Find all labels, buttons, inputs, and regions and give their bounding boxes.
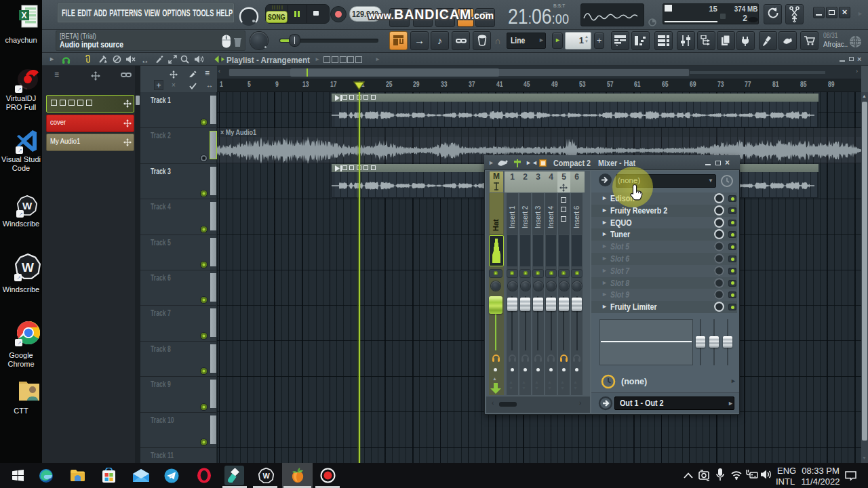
svg-text:X: X — [21, 11, 26, 20]
svg-text:W: W — [22, 200, 33, 211]
svg-text:W: W — [22, 260, 34, 274]
svg-text:W: W — [262, 472, 270, 480]
